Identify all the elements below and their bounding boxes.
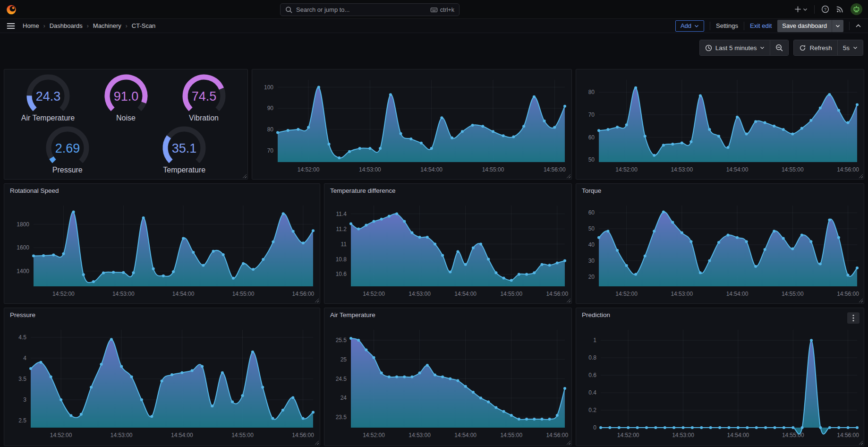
svg-text:0.4: 0.4: [588, 389, 596, 396]
panel-title[interactable]: Temperature difference: [330, 187, 396, 194]
clock-icon: [705, 44, 712, 52]
search-input[interactable]: Search or jump to... ctrl+k: [280, 3, 460, 16]
breadcrumb-dashboards[interactable]: Dashboards: [50, 22, 83, 29]
svg-text:4.5: 4.5: [18, 334, 26, 341]
refresh-interval-button[interactable]: 5s: [837, 40, 863, 55]
svg-text:14:54:00: 14:54:00: [726, 166, 749, 173]
user-avatar[interactable]: [851, 3, 862, 15]
svg-text:30: 30: [588, 258, 595, 264]
gauge-pressure: 2.69Pressure: [30, 124, 105, 174]
grafana-logo[interactable]: [6, 4, 17, 15]
svg-text:14:56:00: 14:56:00: [546, 432, 568, 438]
search-placeholder: Search or jump to...: [296, 6, 426, 13]
svg-text:3.5: 3.5: [18, 376, 26, 382]
svg-text:14:53:00: 14:53:00: [408, 291, 431, 297]
svg-text:70: 70: [588, 112, 595, 118]
panel-prediction: Prediction 00.20.40.60.8114:52:0014:53:0…: [576, 308, 864, 446]
air-temperature-chart[interactable]: 23.52424.52525.514:52:0014:53:0014:54:00…: [324, 308, 571, 446]
topnav-actions: ?: [794, 3, 862, 15]
breadcrumb-home[interactable]: Home: [23, 22, 39, 29]
temperature-difference-chart[interactable]: 10.610.81111.211.414:52:0014:53:0014:54:…: [324, 184, 571, 303]
panel-title[interactable]: Air Temperature: [330, 311, 375, 318]
svg-text:60: 60: [588, 209, 595, 216]
zoom-out-button[interactable]: [770, 40, 788, 55]
gauge-label: Temperature: [163, 166, 205, 174]
gauge-vibration: 74.5Vibration: [166, 72, 242, 122]
svg-text:11.4: 11.4: [336, 211, 347, 217]
panel-title[interactable]: Torque: [582, 187, 601, 194]
time-range-group: Last 5 minutes: [699, 40, 789, 56]
refresh-button[interactable]: Refresh: [794, 40, 837, 55]
collapse-toolbar-button[interactable]: [855, 23, 861, 29]
chevron-down-icon: [760, 45, 765, 50]
svg-text:14:55:00: 14:55:00: [232, 291, 255, 297]
panel-gauges: 24.3Air Temperature91.0Noise74.5Vibratio…: [4, 69, 248, 180]
exit-edit-button[interactable]: Exit edit: [750, 22, 772, 29]
panel-title[interactable]: Pressure: [10, 311, 35, 318]
svg-text:14:54:00: 14:54:00: [172, 291, 195, 297]
save-options-chevron[interactable]: [832, 20, 843, 32]
gauge-arc: 74.5: [174, 72, 234, 115]
chevron-down-icon: [694, 24, 699, 28]
prediction-chart[interactable]: 00.20.40.60.8114:52:0014:53:0014:54:0014…: [576, 308, 864, 446]
breadcrumb-separator: ›: [87, 23, 89, 29]
gauge-noise: 91.0Noise: [88, 72, 164, 122]
svg-text:24.5: 24.5: [336, 376, 347, 382]
gauge-value: 74.5: [191, 89, 216, 103]
svg-text:14:52:00: 14:52:00: [617, 432, 639, 438]
new-menu-button[interactable]: [794, 6, 808, 13]
svg-text:20: 20: [588, 274, 595, 280]
gauge-arc: 2.69: [37, 124, 98, 167]
gauge-arc: 91.0: [96, 72, 156, 115]
add-button[interactable]: Add: [675, 20, 704, 32]
gauge-row: 24.3Air Temperature91.0Noise74.5Vibratio…: [9, 72, 243, 124]
news-icon[interactable]: [836, 5, 844, 13]
svg-text:14:52:00: 14:52:00: [363, 432, 385, 438]
panel-rotational-speed: Rotational Speed 14001600180014:52:0014:…: [4, 183, 320, 304]
panel-title[interactable]: Rotational Speed: [10, 187, 59, 194]
gauge-label: Vibration: [189, 114, 219, 122]
top-navigation: Search or jump to... ctrl+k ?: [0, 0, 868, 19]
panel-noise-timeseries: 70809010014:52:0014:53:0014:54:0014:55:0…: [252, 69, 572, 180]
zoom-out-icon: [775, 44, 783, 52]
svg-text:14:54:00: 14:54:00: [726, 291, 749, 297]
refresh-group: Refresh 5s: [793, 40, 863, 56]
svg-text:14:53:00: 14:53:00: [112, 291, 135, 297]
keyboard-icon: [430, 6, 438, 13]
breadcrumb-current: CT-Scan: [132, 22, 156, 29]
panel-title[interactable]: Prediction: [582, 311, 610, 318]
svg-text:3: 3: [23, 396, 26, 403]
noise-chart[interactable]: 70809010014:52:0014:53:0014:54:0014:55:0…: [252, 69, 571, 179]
breadcrumb-separator: ›: [126, 23, 128, 29]
save-dashboard-button[interactable]: Save dashboard: [777, 20, 843, 32]
svg-text:40: 40: [588, 241, 595, 248]
pressure-chart[interactable]: 2.533.544.514:52:0014:53:0014:54:0014:55…: [4, 308, 320, 446]
chevron-down-icon: [853, 45, 858, 50]
settings-button[interactable]: Settings: [716, 22, 738, 29]
svg-text:25: 25: [340, 356, 347, 363]
vibration-chart[interactable]: 5060708014:52:0014:53:0014:54:0014:55:00…: [576, 69, 864, 179]
panel-menu-kebab-icon[interactable]: [847, 312, 859, 324]
torque-chart[interactable]: 203040506014:52:0014:53:0014:54:0014:55:…: [576, 184, 864, 303]
svg-text:14:55:00: 14:55:00: [782, 291, 804, 297]
svg-text:14:55:00: 14:55:00: [482, 166, 504, 173]
time-range-button[interactable]: Last 5 minutes: [700, 40, 770, 55]
svg-text:10.6: 10.6: [336, 271, 347, 277]
svg-text:14:52:00: 14:52:00: [615, 166, 638, 173]
time-controls: Last 5 minutes Refresh 5s: [699, 40, 863, 56]
svg-text:0: 0: [593, 424, 596, 431]
rotational-speed-chart[interactable]: 14001600180014:52:0014:53:0014:54:0014:5…: [4, 184, 320, 303]
svg-text:14:55:00: 14:55:00: [782, 166, 804, 173]
help-icon[interactable]: ?: [821, 5, 829, 13]
search-icon: [285, 6, 292, 13]
divider: [849, 22, 850, 30]
svg-text:0.2: 0.2: [588, 407, 596, 413]
svg-text:14:56:00: 14:56:00: [837, 432, 859, 438]
svg-text:14:54:00: 14:54:00: [171, 432, 193, 438]
menu-toggle-icon[interactable]: [7, 22, 15, 30]
breadcrumb-machinery[interactable]: Machinery: [93, 22, 121, 29]
panel-pressure: Pressure 2.533.544.514:52:0014:53:0014:5…: [4, 308, 320, 446]
gauge-arc: 24.3: [18, 72, 78, 115]
divider: [744, 22, 744, 30]
gauge-label: Noise: [116, 114, 136, 122]
